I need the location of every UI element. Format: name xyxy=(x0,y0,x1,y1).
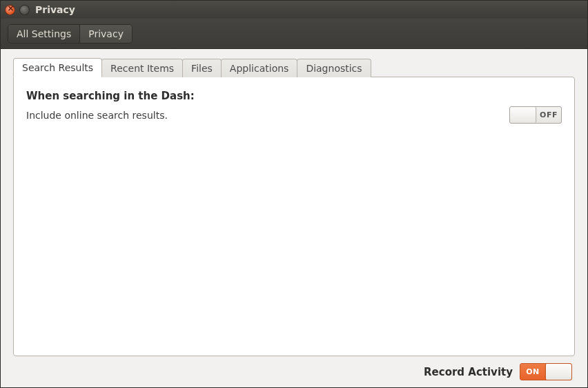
tab-applications[interactable]: Applications xyxy=(221,59,298,77)
tab-search-results[interactable]: Search Results xyxy=(13,58,102,77)
titlebar: Privacy xyxy=(1,1,587,19)
toggle-handle xyxy=(510,107,536,123)
footer: Record Activity ON xyxy=(13,356,575,380)
tab-diagnostics[interactable]: Diagnostics xyxy=(297,59,371,77)
breadcrumb: All Settings Privacy xyxy=(8,24,133,43)
toggle-on-label: ON xyxy=(520,364,545,380)
online-results-row: Include online search results. OFF xyxy=(26,106,562,124)
minimize-icon[interactable] xyxy=(19,5,30,15)
online-results-toggle[interactable]: OFF xyxy=(509,106,562,124)
breadcrumb-all-settings[interactable]: All Settings xyxy=(8,25,80,43)
tab-files[interactable]: Files xyxy=(182,59,222,77)
toolbar: All Settings Privacy xyxy=(1,19,587,49)
record-activity-toggle[interactable]: ON xyxy=(520,363,572,380)
online-results-label: Include online search results. xyxy=(26,110,168,121)
toggle-handle xyxy=(545,364,571,380)
tab-recent-items[interactable]: Recent Items xyxy=(101,59,183,77)
breadcrumb-privacy[interactable]: Privacy xyxy=(80,25,132,43)
content-area: Search Results Recent Items Files Applic… xyxy=(1,49,587,387)
toggle-off-label: OFF xyxy=(536,107,561,123)
record-activity-label: Record Activity xyxy=(424,366,513,378)
search-heading: When searching in the Dash: xyxy=(26,90,562,102)
tab-panel-search-results: When searching in the Dash: Include onli… xyxy=(13,77,575,356)
close-icon[interactable] xyxy=(5,5,15,15)
window-title: Privacy xyxy=(34,4,75,15)
tabs: Search Results Recent Items Files Applic… xyxy=(13,57,575,77)
